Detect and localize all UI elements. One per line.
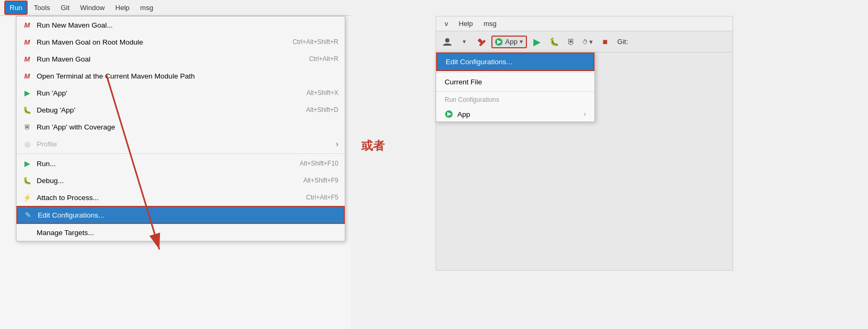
- maven-goal-icon: M: [22, 54, 32, 64]
- stop-button[interactable]: ■: [598, 35, 612, 49]
- app-run-icon: [445, 110, 453, 118]
- run-dropdown-menu: M Run New Maven Goal... M Run Maven Goal…: [16, 16, 345, 241]
- coverage-icon: ⛨: [22, 122, 32, 132]
- coverage-button[interactable]: ⛨: [564, 35, 578, 49]
- build-icon[interactable]: [474, 35, 488, 49]
- attach-icon: ⚡: [22, 192, 32, 203]
- menu-git[interactable]: Git: [56, 2, 74, 14]
- app-submenu-arrow: ›: [584, 110, 586, 118]
- menu-open-terminal[interactable]: M Open Terminal at the Current Maven Mod…: [16, 67, 345, 84]
- run-configurations-header: Run Configurations: [436, 93, 594, 107]
- edit-config-icon: ✎: [23, 210, 33, 220]
- app-config-button[interactable]: App ▼: [491, 36, 527, 48]
- menu-run-coverage[interactable]: ⛨ Run 'App' with Coverage: [16, 118, 345, 135]
- app-config-dropdown-arrow: ▼: [518, 39, 524, 45]
- menu-bar-left: Run Tools Git Window Help msg: [0, 0, 351, 16]
- menu-help[interactable]: Help: [111, 2, 134, 14]
- menu-edit-configurations-left[interactable]: ✎ Edit Configurations...: [16, 206, 345, 224]
- menu-debug-plain[interactable]: 🐛 Debug... Alt+Shift+F9: [16, 172, 345, 189]
- menu-run-new-maven-goal[interactable]: M Run New Maven Goal...: [16, 16, 345, 33]
- debug-button[interactable]: 🐛: [547, 35, 561, 49]
- menu-run[interactable]: Run: [4, 1, 28, 15]
- manage-targets-icon: [22, 227, 32, 238]
- right-menu-msg[interactable]: msg: [479, 18, 501, 30]
- menu-attach[interactable]: ⚡ Attach to Process... Ctrl+Alt+F5: [16, 189, 345, 206]
- run-app-icon: ▶: [22, 88, 32, 98]
- menu-tools[interactable]: Tools: [30, 2, 54, 14]
- menu-app-sub[interactable]: App ›: [436, 107, 594, 122]
- menu-debug-app[interactable]: 🐛 Debug 'App' Alt+Shift+D: [16, 101, 345, 118]
- menu-run-maven-goal[interactable]: M Run Maven Goal Ctrl+Alt+R: [16, 50, 345, 67]
- maven-icon: M: [22, 20, 32, 30]
- menu-run-plain[interactable]: ▶ Run... Alt+Shift+F10: [16, 155, 345, 172]
- right-menu-v[interactable]: v: [440, 18, 453, 30]
- menu-manage-targets[interactable]: Manage Targets...: [16, 224, 345, 241]
- menu-current-file[interactable]: Current File: [436, 74, 594, 90]
- separator-1: [16, 153, 345, 154]
- run-button[interactable]: ▶: [530, 35, 544, 49]
- right-separator-1: [436, 72, 594, 73]
- profile-icon: ◎: [22, 138, 32, 149]
- menu-run-app[interactable]: ▶ Run 'App' Alt+Shift+X: [16, 84, 345, 101]
- or-text: 或者: [361, 138, 385, 154]
- menu-run-maven-root[interactable]: M Run Maven Goal on Root Module Ctrl+Alt…: [16, 33, 345, 50]
- terminal-maven-icon: M: [22, 71, 32, 81]
- menu-msg[interactable]: msg: [136, 2, 158, 14]
- debug-plain-icon: 🐛: [22, 175, 32, 186]
- left-panel: Run Tools Git Window Help msg M Run New …: [0, 0, 351, 329]
- svg-point-2: [445, 38, 449, 42]
- dropdown-user-icon[interactable]: ▼: [457, 35, 471, 49]
- debug-app-icon: 🐛: [22, 105, 32, 115]
- more-run-options[interactable]: ⏱▼: [581, 35, 595, 49]
- menu-edit-configurations-right[interactable]: Edit Configurations...: [436, 53, 594, 71]
- right-menu-help[interactable]: Help: [455, 18, 478, 30]
- profile-submenu-arrow: ›: [336, 140, 338, 148]
- git-label: Git:: [617, 38, 628, 46]
- menu-window[interactable]: Window: [76, 2, 109, 14]
- run-plain-icon: ▶: [22, 158, 32, 169]
- maven-root-icon: M: [22, 37, 32, 47]
- user-icon[interactable]: [440, 35, 454, 49]
- right-toolbar: ▼ App ▼ ▶ 🐛 ⛨ ⏱▼ ■ Git:: [436, 31, 733, 53]
- right-separator-2: [436, 91, 594, 92]
- right-menu-bar: v Help msg: [436, 16, 733, 31]
- right-dropdown-menu: Edit Configurations... Current File Run …: [436, 52, 595, 122]
- menu-profile[interactable]: ◎ Profile ›: [16, 135, 345, 152]
